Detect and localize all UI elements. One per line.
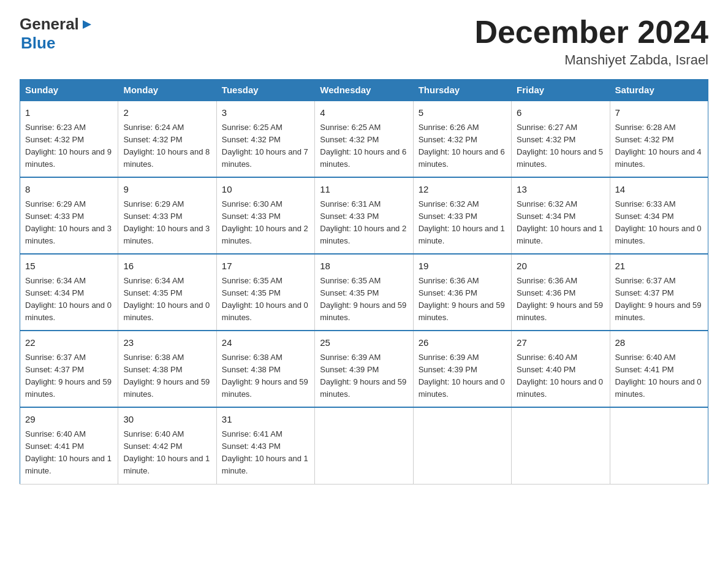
- day-cell: 17 Sunrise: 6:35 AMSunset: 4:35 PMDaylig…: [216, 254, 314, 331]
- day-detail: Sunrise: 6:38 AMSunset: 4:38 PMDaylight:…: [222, 353, 308, 399]
- calendar-table: SundayMondayTuesdayWednesdayThursdayFrid…: [20, 79, 708, 484]
- day-cell: 25 Sunrise: 6:39 AMSunset: 4:39 PMDaylig…: [315, 331, 413, 407]
- day-detail: Sunrise: 6:40 AMSunset: 4:42 PMDaylight:…: [123, 429, 210, 475]
- week-row-3: 15 Sunrise: 6:34 AMSunset: 4:34 PMDaylig…: [20, 254, 708, 331]
- day-detail: Sunrise: 6:28 AMSunset: 4:32 PMDaylight:…: [615, 123, 702, 169]
- day-detail: Sunrise: 6:32 AMSunset: 4:33 PMDaylight:…: [419, 199, 505, 245]
- day-detail: Sunrise: 6:36 AMSunset: 4:36 PMDaylight:…: [419, 276, 505, 322]
- day-number: 23: [123, 336, 211, 350]
- day-number: 19: [419, 259, 506, 274]
- day-cell: [512, 407, 610, 484]
- day-detail: Sunrise: 6:30 AMSunset: 4:33 PMDaylight:…: [222, 199, 308, 245]
- day-number: 24: [222, 336, 309, 350]
- day-cell: 26 Sunrise: 6:39 AMSunset: 4:39 PMDaylig…: [413, 331, 511, 407]
- day-number: 17: [222, 259, 309, 274]
- week-row-2: 8 Sunrise: 6:29 AMSunset: 4:33 PMDayligh…: [20, 177, 708, 254]
- day-number: 9: [123, 183, 211, 197]
- day-detail: Sunrise: 6:40 AMSunset: 4:40 PMDaylight:…: [517, 353, 603, 399]
- week-row-5: 29 Sunrise: 6:40 AMSunset: 4:41 PMDaylig…: [20, 407, 708, 484]
- day-number: 29: [25, 413, 113, 427]
- day-number: 16: [123, 259, 211, 274]
- day-cell: [315, 407, 413, 484]
- column-header-tuesday: Tuesday: [216, 80, 314, 101]
- day-detail: Sunrise: 6:40 AMSunset: 4:41 PMDaylight:…: [615, 353, 702, 399]
- day-detail: Sunrise: 6:40 AMSunset: 4:41 PMDaylight:…: [25, 429, 112, 475]
- day-cell: 2 Sunrise: 6:24 AMSunset: 4:32 PMDayligh…: [118, 101, 216, 177]
- day-detail: Sunrise: 6:34 AMSunset: 4:34 PMDaylight:…: [25, 276, 112, 322]
- day-detail: Sunrise: 6:39 AMSunset: 4:39 PMDaylight:…: [419, 353, 505, 399]
- day-detail: Sunrise: 6:33 AMSunset: 4:34 PMDaylight:…: [615, 199, 702, 245]
- week-row-1: 1 Sunrise: 6:23 AMSunset: 4:32 PMDayligh…: [20, 101, 708, 177]
- day-detail: Sunrise: 6:29 AMSunset: 4:33 PMDaylight:…: [123, 199, 210, 245]
- day-number: 5: [419, 106, 506, 120]
- day-number: 22: [25, 336, 113, 350]
- day-cell: 8 Sunrise: 6:29 AMSunset: 4:33 PMDayligh…: [20, 177, 118, 254]
- day-number: 3: [222, 106, 309, 120]
- day-detail: Sunrise: 6:35 AMSunset: 4:35 PMDaylight:…: [320, 276, 406, 322]
- column-header-friday: Friday: [512, 80, 610, 101]
- day-detail: Sunrise: 6:36 AMSunset: 4:36 PMDaylight:…: [517, 276, 603, 322]
- day-detail: Sunrise: 6:34 AMSunset: 4:35 PMDaylight:…: [123, 276, 210, 322]
- calendar-header-row: SundayMondayTuesdayWednesdayThursdayFrid…: [20, 80, 708, 101]
- day-detail: Sunrise: 6:41 AMSunset: 4:43 PMDaylight:…: [222, 429, 308, 475]
- day-cell: 14 Sunrise: 6:33 AMSunset: 4:34 PMDaylig…: [610, 177, 708, 254]
- day-detail: Sunrise: 6:26 AMSunset: 4:32 PMDaylight:…: [419, 123, 505, 169]
- day-cell: 3 Sunrise: 6:25 AMSunset: 4:32 PMDayligh…: [216, 101, 314, 177]
- day-cell: 12 Sunrise: 6:32 AMSunset: 4:33 PMDaylig…: [413, 177, 511, 254]
- day-number: 13: [517, 183, 604, 197]
- day-detail: Sunrise: 6:37 AMSunset: 4:37 PMDaylight:…: [25, 353, 112, 399]
- title-block: December 2024 Manshiyet Zabda, Israel: [474, 15, 708, 68]
- day-number: 10: [222, 183, 309, 197]
- day-number: 27: [517, 336, 604, 350]
- day-number: 20: [517, 259, 604, 274]
- day-cell: 28 Sunrise: 6:40 AMSunset: 4:41 PMDaylig…: [610, 331, 708, 407]
- day-cell: 19 Sunrise: 6:36 AMSunset: 4:36 PMDaylig…: [413, 254, 511, 331]
- day-detail: Sunrise: 6:38 AMSunset: 4:38 PMDaylight:…: [123, 353, 210, 399]
- day-number: 21: [615, 259, 703, 274]
- day-cell: 16 Sunrise: 6:34 AMSunset: 4:35 PMDaylig…: [118, 254, 216, 331]
- day-cell: 10 Sunrise: 6:30 AMSunset: 4:33 PMDaylig…: [216, 177, 314, 254]
- day-cell: 9 Sunrise: 6:29 AMSunset: 4:33 PMDayligh…: [118, 177, 216, 254]
- column-header-thursday: Thursday: [413, 80, 511, 101]
- day-number: 14: [615, 183, 703, 197]
- column-header-saturday: Saturday: [610, 80, 708, 101]
- day-cell: 11 Sunrise: 6:31 AMSunset: 4:33 PMDaylig…: [315, 177, 413, 254]
- calendar-title: December 2024: [474, 15, 708, 50]
- day-number: 18: [320, 259, 408, 274]
- day-number: 1: [25, 106, 113, 120]
- day-detail: Sunrise: 6:37 AMSunset: 4:37 PMDaylight:…: [615, 276, 702, 322]
- svg-marker-0: [83, 20, 91, 29]
- day-detail: Sunrise: 6:25 AMSunset: 4:32 PMDaylight:…: [222, 123, 308, 169]
- day-detail: Sunrise: 6:31 AMSunset: 4:33 PMDaylight:…: [320, 199, 406, 245]
- day-cell: 31 Sunrise: 6:41 AMSunset: 4:43 PMDaylig…: [216, 407, 314, 484]
- day-cell: [610, 407, 708, 484]
- column-header-sunday: Sunday: [20, 80, 118, 101]
- day-number: 4: [320, 106, 408, 120]
- logo-triangle-icon: [80, 18, 94, 31]
- week-row-4: 22 Sunrise: 6:37 AMSunset: 4:37 PMDaylig…: [20, 331, 708, 407]
- day-number: 12: [419, 183, 506, 197]
- logo-blue-text: Blue: [21, 34, 55, 53]
- day-cell: 6 Sunrise: 6:27 AMSunset: 4:32 PMDayligh…: [512, 101, 610, 177]
- column-header-wednesday: Wednesday: [315, 80, 413, 101]
- day-detail: Sunrise: 6:35 AMSunset: 4:35 PMDaylight:…: [222, 276, 308, 322]
- day-cell: 15 Sunrise: 6:34 AMSunset: 4:34 PMDaylig…: [20, 254, 118, 331]
- day-cell: 30 Sunrise: 6:40 AMSunset: 4:42 PMDaylig…: [118, 407, 216, 484]
- day-number: 7: [615, 106, 703, 120]
- day-number: 15: [25, 259, 113, 274]
- day-cell: 1 Sunrise: 6:23 AMSunset: 4:32 PMDayligh…: [20, 101, 118, 177]
- day-detail: Sunrise: 6:23 AMSunset: 4:32 PMDaylight:…: [25, 123, 112, 169]
- day-detail: Sunrise: 6:25 AMSunset: 4:32 PMDaylight:…: [320, 123, 406, 169]
- day-number: 2: [123, 106, 211, 120]
- logo: General Blue: [20, 15, 94, 53]
- day-number: 6: [517, 106, 604, 120]
- day-detail: Sunrise: 6:27 AMSunset: 4:32 PMDaylight:…: [517, 123, 603, 169]
- calendar-subtitle: Manshiyet Zabda, Israel: [474, 52, 708, 68]
- page-header: General Blue December 2024 Manshiyet Zab…: [20, 15, 708, 68]
- day-cell: 27 Sunrise: 6:40 AMSunset: 4:40 PMDaylig…: [512, 331, 610, 407]
- day-cell: 23 Sunrise: 6:38 AMSunset: 4:38 PMDaylig…: [118, 331, 216, 407]
- day-number: 26: [419, 336, 506, 350]
- day-cell: 24 Sunrise: 6:38 AMSunset: 4:38 PMDaylig…: [216, 331, 314, 407]
- day-number: 30: [123, 413, 211, 427]
- column-header-monday: Monday: [118, 80, 216, 101]
